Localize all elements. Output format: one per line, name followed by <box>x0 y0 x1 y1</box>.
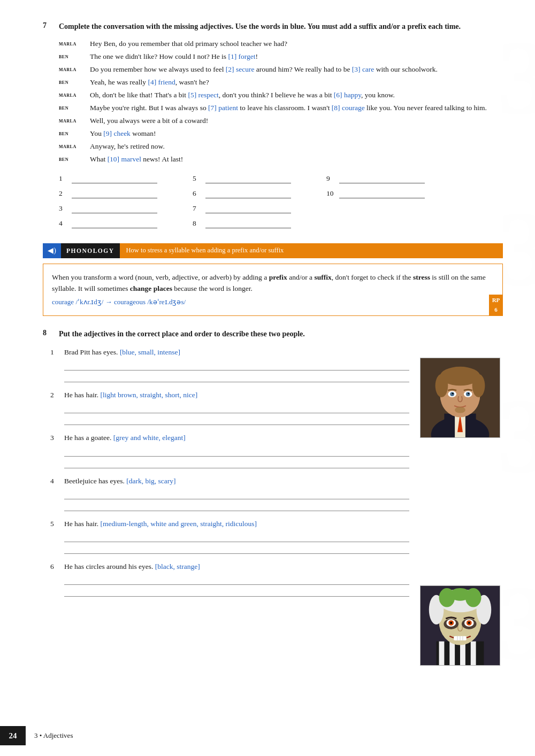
section-7: 7 Complete the conversation with the mis… <box>43 21 503 228</box>
answer-field-2[interactable] <box>64 416 409 425</box>
answer-field-2[interactable] <box>64 503 409 511</box>
speech: What [10] marvel news! At last! <box>90 154 503 165</box>
exercise-item-3: 3 He has a goatee. [grey and white, eleg… <box>50 433 409 473</box>
answer-num: 1 <box>59 174 68 183</box>
answer-8[interactable]: 8 <box>193 219 310 228</box>
brad-pitt-portrait <box>420 358 500 438</box>
answer-num: 9 <box>326 174 336 183</box>
answer-num: 5 <box>193 174 202 183</box>
svg-point-15 <box>468 392 469 394</box>
answer-5[interactable]: 5 <box>193 174 310 183</box>
answer-field[interactable] <box>64 359 409 371</box>
item-num: 5 <box>50 520 60 559</box>
answer-7[interactable]: 7 <box>193 204 310 213</box>
answer-field-2[interactable] <box>64 460 409 468</box>
answer-num: 7 <box>193 204 202 213</box>
answer-10[interactable]: 10 <box>326 189 444 198</box>
answer-line[interactable] <box>339 174 425 183</box>
answer-num: 8 <box>193 219 202 228</box>
svg-point-38 <box>468 622 470 624</box>
answer-line[interactable] <box>72 204 157 213</box>
speaker-ben: ben <box>59 103 90 114</box>
answer-field-2[interactable] <box>64 545 409 554</box>
answer-field-2[interactable] <box>64 588 409 597</box>
answer-field-2[interactable] <box>64 374 409 382</box>
answer-field[interactable] <box>64 402 409 413</box>
speaker-marla: marla <box>59 141 90 152</box>
answer-line[interactable] <box>72 174 157 183</box>
phonology-label: PHONOLOGY <box>61 243 120 258</box>
svg-point-14 <box>452 392 454 394</box>
dialogue-row: marla Hey Ben, do you remember that old … <box>59 38 503 50</box>
speaker-marla: marla <box>59 64 90 75</box>
answer-2[interactable]: 2 <box>59 189 177 198</box>
answer-line[interactable] <box>205 204 291 213</box>
dialogue-row: ben Yeah, he was really [4] friend, wasn… <box>59 77 503 88</box>
empty-cell <box>326 204 444 213</box>
item-num: 3 <box>50 434 60 473</box>
section8-left: 1 Brad Pitt has eyes. [blue, small, inte… <box>43 347 409 666</box>
item-text: Beetlejuice has eyes. [dark, big, scary] <box>64 476 409 487</box>
svg-rect-19 <box>439 641 445 665</box>
speech: Well, you always were a bit of a coward! <box>90 115 503 127</box>
answer-grid: 1 5 9 2 6 <box>59 174 503 228</box>
item-text: He has hair. [medium-length, white and g… <box>64 519 409 529</box>
speaker-ben: ben <box>59 128 90 140</box>
svg-point-9 <box>472 374 485 397</box>
answer-9[interactable]: 9 <box>326 174 444 183</box>
answer-num: 3 <box>59 204 68 213</box>
brad-pitt-svg <box>421 358 500 438</box>
answer-field[interactable] <box>64 530 409 542</box>
speaker-ben: ben <box>59 77 90 88</box>
svg-point-8 <box>435 374 448 397</box>
speaker-marla: marla <box>59 90 90 101</box>
answer-num: 2 <box>59 189 68 198</box>
answer-6[interactable]: 6 <box>193 189 310 198</box>
answer-line[interactable] <box>205 174 291 183</box>
dialogue-row: ben What [10] marvel news! At last! <box>59 154 503 165</box>
answer-num: 10 <box>326 189 336 198</box>
speaker-ben: ben <box>59 51 90 63</box>
speaker-icon: ◀) <box>43 243 61 258</box>
exercise-item-4: 4 Beetlejuice has eyes. [dark, big, scar… <box>50 476 409 516</box>
phonology-example: courage /ˈkʌr.ɪdʒ/ → courageous /kəˈreɪ.… <box>52 297 494 308</box>
phonology-header: ◀) PHONOLOGY How to stress a syllable wh… <box>43 243 503 258</box>
page-footer: 24 3 • Adjectives <box>0 726 535 745</box>
rp-badge: RP 6 <box>489 295 503 315</box>
section-7-title: Complete the conversation with the missi… <box>59 21 461 32</box>
item-text: He has circles around his eyes. [black, … <box>64 561 409 572</box>
section8-layout: 1 Brad Pitt has eyes. [blue, small, inte… <box>43 347 503 666</box>
item-text: He has a goatee. [grey and white, elegan… <box>64 433 409 443</box>
dialogue-row: marla Well, you always were a bit of a c… <box>59 115 503 127</box>
speaker-ben: ben <box>59 154 90 165</box>
answer-line[interactable] <box>72 189 157 198</box>
speech: Maybe you're right. But I was always so … <box>90 103 503 114</box>
answer-line[interactable] <box>205 219 291 228</box>
answer-field[interactable] <box>64 488 409 499</box>
speech: Hey Ben, do you remember that old primar… <box>90 38 503 50</box>
dialogue-row: marla Anyway, he's retired now. <box>59 141 503 152</box>
dialogue-row: marla Oh, don't be like that! That's a b… <box>59 90 503 101</box>
dialogue-row: ben You [9] cheek woman! <box>59 128 503 140</box>
answer-field[interactable] <box>64 573 409 585</box>
item-num: 4 <box>50 477 60 516</box>
answer-1[interactable]: 1 <box>59 174 177 183</box>
exercise-item-2: 2 He has hair. [light brown, straight, s… <box>50 390 409 430</box>
section-7-number: 7 <box>43 21 51 32</box>
section-8-title: Put the adjectives in the correct place … <box>59 329 305 340</box>
speech: You [9] cheek woman! <box>90 128 503 140</box>
phonology-text: When you transform a word (noun, verb, a… <box>52 272 494 295</box>
answer-num: 6 <box>193 189 202 198</box>
answer-line[interactable] <box>339 189 425 198</box>
speaker-marla: marla <box>59 38 90 50</box>
answer-field[interactable] <box>64 445 409 457</box>
svg-rect-20 <box>449 641 455 665</box>
svg-point-37 <box>450 622 452 624</box>
answer-3[interactable]: 3 <box>59 204 177 213</box>
answer-4[interactable]: 4 <box>59 219 177 228</box>
exercise-item-5: 5 He has hair. [medium-length, white and… <box>50 519 409 559</box>
speech: Anyway, he's retired now. <box>90 141 503 152</box>
answer-line[interactable] <box>72 219 157 228</box>
answer-line[interactable] <box>205 189 291 198</box>
portraits-column <box>420 347 503 666</box>
